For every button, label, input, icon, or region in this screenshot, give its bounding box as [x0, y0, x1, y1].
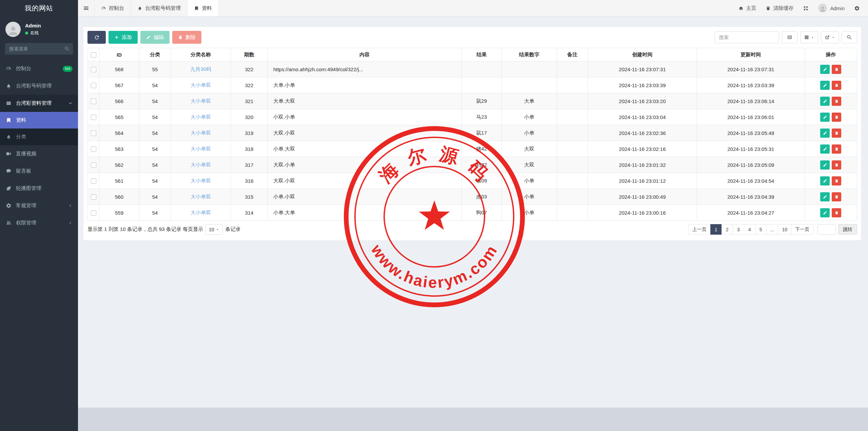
tab-lottery-numbers[interactable]: 台湾彩号码管理	[131, 0, 188, 16]
row-edit-button[interactable]	[820, 65, 830, 74]
table-row[interactable]: 56754大小单双322大单.小单2024-11-16 23:03:392024…	[88, 77, 857, 93]
column-header[interactable]: ID	[99, 48, 139, 61]
row-checkbox[interactable]	[91, 115, 96, 120]
page-button-4[interactable]: 4	[744, 224, 755, 235]
row-checkbox[interactable]	[91, 99, 96, 104]
row-delete-button[interactable]	[832, 208, 841, 217]
column-header[interactable]: 分类名称	[171, 48, 231, 61]
row-edit-button[interactable]	[820, 192, 830, 201]
page-prev-button[interactable]: 上一页	[688, 224, 711, 235]
row-checkbox[interactable]	[91, 131, 96, 136]
row-delete-button[interactable]	[832, 81, 841, 90]
table-row[interactable]: 56855九肖30码322https://amo.ahhjzh.com:4949…	[88, 61, 857, 77]
category-link[interactable]: 大小单双	[191, 194, 211, 199]
page-jump-button[interactable]: 跳转	[838, 224, 857, 235]
category-link[interactable]: 大小单双	[191, 114, 211, 120]
page-ellipsis[interactable]: ...	[766, 224, 778, 235]
sidebar-item-console[interactable]: 控制台hot	[0, 60, 78, 77]
page-button-5[interactable]: 5	[755, 224, 767, 235]
row-edit-button[interactable]	[820, 129, 830, 138]
table-row[interactable]: 56354大小单双318小单.大双猪42大双2024-11-16 23:02:1…	[88, 141, 857, 157]
home-link[interactable]: 主页	[738, 5, 756, 12]
row-edit-button[interactable]	[820, 97, 830, 106]
sidebar-item-materials[interactable]: 资料	[0, 112, 78, 129]
sidebar-item-live-video[interactable]: 直播视频	[0, 145, 78, 162]
table-search-input[interactable]	[715, 31, 779, 43]
sidebar-item-carousel[interactable]: 轮播图管理	[0, 180, 78, 197]
row-delete-button[interactable]	[832, 65, 841, 74]
page-next-button[interactable]: 下一页	[791, 224, 813, 235]
row-delete-button[interactable]	[832, 192, 841, 201]
table-row[interactable]: 56254大小单双317大双.小单鸡32大双2024-11-16 23:01:3…	[88, 157, 857, 173]
sidebar-item-message-board[interactable]: 留言板	[0, 162, 78, 180]
table-row[interactable]: 56554大小单双320小双.小单马23小单2024-11-16 23:03:0…	[88, 109, 857, 125]
search-button[interactable]	[842, 31, 857, 43]
row-checkbox[interactable]	[91, 210, 96, 216]
column-header[interactable]: 期数	[231, 48, 268, 61]
category-link[interactable]: 大小单双	[191, 162, 211, 168]
column-header[interactable]: 结果数字	[501, 48, 557, 61]
user-status[interactable]: 在线	[25, 30, 41, 36]
page-jump-input[interactable]	[817, 224, 836, 235]
sidebar-search-input[interactable]	[5, 43, 73, 55]
row-edit-button[interactable]	[820, 81, 830, 90]
settings-button[interactable]	[854, 5, 860, 11]
column-header[interactable]: 结果	[461, 48, 501, 61]
table-row[interactable]: 55954大小单双314小单.大单狗07小单2024-11-16 23:00:1…	[88, 205, 857, 221]
row-delete-button[interactable]	[832, 160, 841, 170]
category-link[interactable]: 大小单双	[191, 178, 211, 183]
table-row[interactable]: 56654大小单双321大单.大双鼠29大单2024-11-16 23:03:2…	[88, 93, 857, 109]
row-checkbox[interactable]	[91, 83, 96, 88]
sidebar-item-lottery-materials[interactable]: 台湾彩资料管理	[0, 95, 78, 112]
tab-console[interactable]: 控制台	[94, 0, 131, 16]
category-link[interactable]: 九肖30码	[190, 66, 211, 72]
search-icon[interactable]	[64, 46, 70, 51]
category-link[interactable]: 大小单双	[191, 210, 211, 215]
refresh-button[interactable]	[87, 31, 106, 44]
table-row[interactable]: 56154大小单双316大双.小双猴09小单2024-11-16 23:01:1…	[88, 173, 857, 189]
tab-materials[interactable]: 资料	[188, 0, 219, 16]
category-link[interactable]: 大小单双	[191, 82, 211, 88]
page-button-10[interactable]: 10	[778, 224, 791, 235]
sidebar-toggle-button[interactable]	[78, 0, 94, 16]
category-link[interactable]: 大小单双	[191, 130, 211, 136]
sidebar-item-permissions[interactable]: 权限管理	[0, 214, 78, 232]
column-header[interactable]: 创建时间	[588, 48, 697, 61]
column-header[interactable]: 更新时间	[697, 48, 805, 61]
fullscreen-button[interactable]	[803, 5, 809, 11]
table-row[interactable]: 56054大小单双315小单.小双虎03小单2024-11-16 23:00:4…	[88, 189, 857, 205]
row-edit-button[interactable]	[820, 113, 830, 122]
row-delete-button[interactable]	[832, 97, 841, 106]
sidebar-item-general[interactable]: 常规管理	[0, 197, 78, 214]
page-button-2[interactable]: 2	[722, 224, 733, 235]
row-checkbox[interactable]	[91, 194, 96, 200]
row-checkbox[interactable]	[91, 178, 96, 184]
sidebar-item-category[interactable]: 分类	[0, 129, 78, 145]
select-all-checkbox[interactable]	[91, 52, 96, 58]
column-header[interactable]: 内容	[268, 48, 461, 61]
export-button[interactable]	[821, 31, 839, 43]
row-edit-button[interactable]	[820, 160, 830, 170]
row-edit-button[interactable]	[820, 208, 830, 217]
row-checkbox[interactable]	[91, 146, 96, 152]
delete-button[interactable]: 删除	[172, 31, 201, 44]
column-header[interactable]: 分类	[139, 48, 171, 61]
edit-button[interactable]: 编辑	[140, 31, 170, 44]
add-button[interactable]: 添加	[108, 31, 138, 44]
category-link[interactable]: 大小单双	[191, 146, 211, 152]
row-checkbox[interactable]	[91, 162, 96, 168]
page-size-select[interactable]: 10	[205, 224, 223, 235]
column-header[interactable]: 备注	[557, 48, 588, 61]
page-button-1[interactable]: 1	[710, 224, 722, 235]
table-row[interactable]: 56454大小单双319大双.小双鼠17小单2024-11-16 23:02:3…	[88, 125, 857, 141]
row-edit-button[interactable]	[820, 176, 830, 185]
page-button-3[interactable]: 3	[733, 224, 744, 235]
category-link[interactable]: 大小单双	[191, 98, 211, 104]
clear-cache-link[interactable]: 清除缓存	[766, 5, 793, 12]
site-title[interactable]: 我的网站	[0, 0, 78, 17]
row-edit-button[interactable]	[820, 144, 830, 154]
user-menu[interactable]: Admin	[818, 4, 845, 13]
row-checkbox[interactable]	[91, 67, 96, 72]
row-delete-button[interactable]	[832, 129, 841, 138]
column-header[interactable]: 操作	[805, 48, 857, 61]
